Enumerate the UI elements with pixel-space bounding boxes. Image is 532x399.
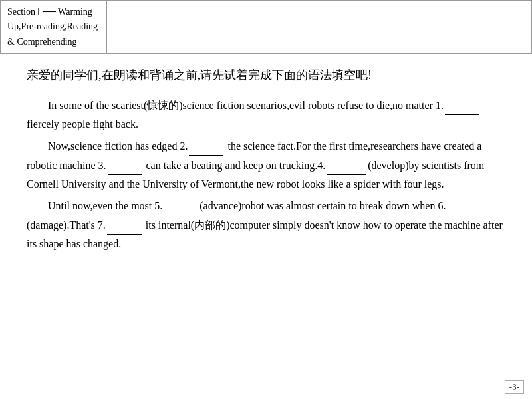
main-content: 亲爱的同学们,在朗读和背诵之前,请先试着完成下面的语法填空吧! In some … <box>0 54 532 269</box>
blank-4 <box>327 156 366 175</box>
paragraph-2: Now,science fiction has edged 2. the sci… <box>27 136 505 194</box>
blank-2 <box>189 136 223 156</box>
chinese-intro: 亲爱的同学们,在朗读和背诵之前,请先试着完成下面的语法填空吧! <box>27 66 505 85</box>
blank-1 <box>445 96 479 115</box>
page-number: -3- <box>505 380 524 394</box>
header-col3 <box>200 1 293 54</box>
header-table: Section Ⅰ ── Warming Up,Pre-reading,Read… <box>0 0 532 54</box>
indent-2 <box>27 137 48 156</box>
blank-3 <box>108 156 142 175</box>
indent-1 <box>27 96 48 115</box>
paragraph-3: Until now,even the most 5. (advance)robo… <box>27 196 505 253</box>
blank-5 <box>164 196 198 215</box>
header-section-cell: Section Ⅰ ── Warming Up,Pre-reading,Read… <box>1 1 107 54</box>
indent-3 <box>27 197 48 215</box>
blank-6 <box>447 196 481 215</box>
paragraph-1: In some of the scariest(惊悚的)science fict… <box>27 96 505 134</box>
header-col4 <box>293 1 531 54</box>
section-label: Section Ⅰ ── Warming Up,Pre-reading,Read… <box>7 7 98 47</box>
blank-7 <box>107 215 142 235</box>
header-col2 <box>106 1 200 54</box>
